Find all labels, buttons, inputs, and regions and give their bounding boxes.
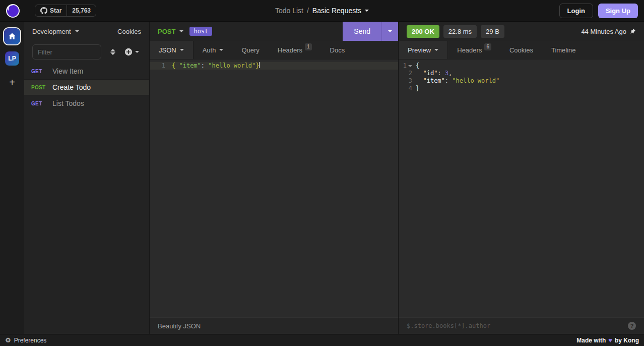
- environment-dropdown[interactable]: Development: [32, 28, 79, 35]
- code-line: 3 "item": "hello world": [399, 77, 644, 85]
- request-panel: POST host Send JSONAuthQueryHeaders1Docs…: [150, 22, 398, 334]
- top-bar: Star 25,763 Todo List / Basic Requests L…: [0, 0, 644, 21]
- code-content: "item": "hello world": [416, 77, 499, 85]
- line-number: 1: [150, 62, 172, 70]
- status-footer: ⚙ Preferences Made with ♥ by Kong: [0, 334, 644, 346]
- response-filter-input[interactable]: [407, 322, 628, 329]
- response-tab-headers[interactable]: Headers6: [448, 41, 500, 59]
- signup-button[interactable]: Sign Up: [598, 4, 638, 18]
- request-list-item[interactable]: GETList Todos: [24, 95, 149, 111]
- breadcrumb-separator: /: [307, 7, 309, 15]
- beautify-json-button[interactable]: Beautify JSON: [158, 322, 201, 330]
- request-body-editor[interactable]: 1{ "item": "hello world"}: [150, 60, 398, 317]
- tab-count-badge: 6: [484, 43, 491, 50]
- request-list: GETView ItemPOSTCreate TodoGETList Todos: [24, 63, 149, 334]
- tab-label: Docs: [330, 46, 345, 54]
- tab-label: Headers: [278, 46, 302, 54]
- response-bottom-bar: ?: [399, 317, 644, 334]
- url-host-tag[interactable]: host: [189, 27, 212, 36]
- response-body-viewer[interactable]: 1{2 "id": 3,3 "item": "hello world"4}: [399, 60, 644, 317]
- line-number: 1: [399, 62, 416, 70]
- chevron-down-icon: [180, 49, 184, 51]
- insomnia-app: Star 25,763 Todo List / Basic Requests L…: [0, 0, 644, 346]
- response-time-badge: 22.8 ms: [443, 25, 477, 38]
- pin-icon[interactable]: [629, 28, 636, 35]
- line-number: 3: [399, 77, 416, 85]
- tab-label: Cookies: [509, 46, 533, 54]
- insomnia-logo-icon[interactable]: [6, 4, 20, 18]
- code-content: { "item": "hello world"}: [172, 62, 260, 70]
- request-method-label: GET: [31, 101, 47, 106]
- request-tab-auth[interactable]: Auth: [194, 41, 233, 59]
- fold-arrow-icon[interactable]: [408, 65, 412, 67]
- tab-label: Preview: [408, 46, 431, 54]
- status-badge: 200 OK: [407, 25, 439, 38]
- request-name: List Todos: [52, 99, 84, 107]
- breadcrumb-workspace-dropdown[interactable]: Basic Requests: [312, 7, 369, 15]
- heart-icon: ♥: [608, 336, 612, 344]
- response-tab-cookies[interactable]: Cookies: [500, 41, 542, 59]
- tab-label: Headers: [457, 46, 482, 54]
- code-content: {: [416, 62, 419, 70]
- line-number: 4: [399, 85, 416, 92]
- login-button[interactable]: Login: [559, 4, 593, 18]
- request-list-item[interactable]: POSTCreate Todo: [24, 79, 149, 95]
- send-button[interactable]: Send: [343, 22, 381, 41]
- breadcrumb-project[interactable]: Todo List: [275, 7, 303, 15]
- cookies-link[interactable]: Cookies: [117, 28, 141, 35]
- add-project-button[interactable]: +: [9, 77, 15, 88]
- sidebar: Development Cookies GETView ItemPOSTCrea…: [24, 22, 150, 334]
- chevron-down-icon: [179, 30, 183, 32]
- method-dropdown[interactable]: POST: [150, 28, 189, 35]
- star-count[interactable]: 25,763: [67, 5, 96, 16]
- request-method-label: GET: [31, 69, 47, 74]
- filter-input[interactable]: [32, 44, 101, 60]
- response-tab-timeline[interactable]: Timeline: [542, 41, 585, 59]
- code-content: }: [416, 85, 419, 92]
- github-star-button[interactable]: Star: [35, 5, 67, 16]
- github-star-widget[interactable]: Star 25,763: [35, 5, 96, 17]
- tab-label: Query: [241, 46, 259, 54]
- avatar[interactable]: LP: [5, 51, 19, 66]
- text-cursor: [259, 62, 260, 68]
- chevron-down-icon: [135, 51, 139, 53]
- sidebar-filter-row: [24, 41, 149, 63]
- preferences-button[interactable]: ⚙ Preferences: [5, 336, 46, 344]
- request-tab-docs[interactable]: Docs: [321, 41, 354, 59]
- chevron-down-icon: [365, 10, 369, 12]
- request-bottom-bar: Beautify JSON: [150, 317, 398, 334]
- home-button[interactable]: [4, 28, 20, 44]
- request-url-bar: POST host Send: [150, 22, 398, 41]
- sort-button[interactable]: [108, 47, 117, 57]
- send-options-button[interactable]: [381, 22, 398, 41]
- tab-count-badge: 1: [305, 43, 312, 50]
- code-line: 2 "id": 3,: [399, 70, 644, 77]
- request-list-item[interactable]: GETView Item: [24, 63, 149, 79]
- response-size-badge: 29 B: [481, 25, 504, 38]
- request-tab-query[interactable]: Query: [232, 41, 268, 59]
- made-with-kong: Made with ♥ by Kong: [576, 336, 639, 344]
- chevron-down-icon: [434, 49, 438, 51]
- plus-circle-icon: [124, 48, 133, 56]
- request-tabs: JSONAuthQueryHeaders1Docs: [150, 41, 398, 60]
- request-name: Create Todo: [52, 83, 91, 91]
- send-button-group: Send: [343, 22, 398, 41]
- workbench: LP + Development Cookies: [0, 21, 644, 334]
- request-tab-headers[interactable]: Headers1: [269, 41, 321, 59]
- response-tabs: PreviewHeaders6CookiesTimeline: [399, 41, 644, 60]
- response-tab-preview[interactable]: Preview: [399, 41, 448, 59]
- request-tab-json[interactable]: JSON: [150, 41, 194, 59]
- breadcrumb: Todo List / Basic Requests: [275, 0, 369, 21]
- help-icon[interactable]: ?: [628, 322, 636, 330]
- tab-label: Auth: [203, 46, 216, 54]
- chevron-down-icon: [388, 30, 392, 32]
- response-panel: 200 OK 22.8 ms 29 B 44 Minutes Ago Previ…: [398, 22, 644, 334]
- sidebar-header: Development Cookies: [24, 22, 149, 41]
- chevron-down-icon: [219, 49, 223, 51]
- create-request-button[interactable]: [124, 48, 139, 56]
- tab-label: JSON: [159, 46, 176, 54]
- response-history-dropdown[interactable]: 44 Minutes Ago: [581, 28, 639, 35]
- chevron-down-icon: [75, 30, 79, 32]
- github-icon: [40, 7, 47, 14]
- gear-icon: ⚙: [5, 336, 11, 344]
